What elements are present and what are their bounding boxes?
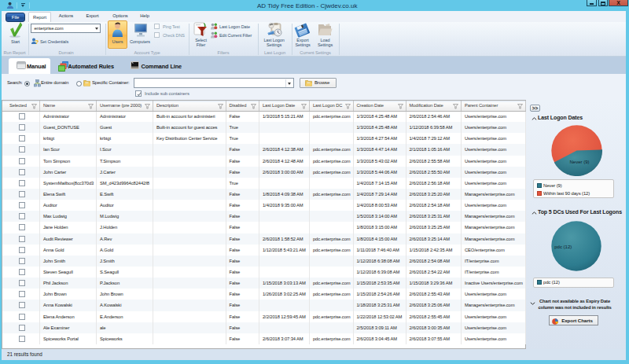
svg-text:?: ? — [35, 39, 39, 45]
svg-text:pdc (12): pdc (12) — [554, 245, 572, 249]
svg-text:Never (9): Never (9) — [569, 159, 589, 164]
